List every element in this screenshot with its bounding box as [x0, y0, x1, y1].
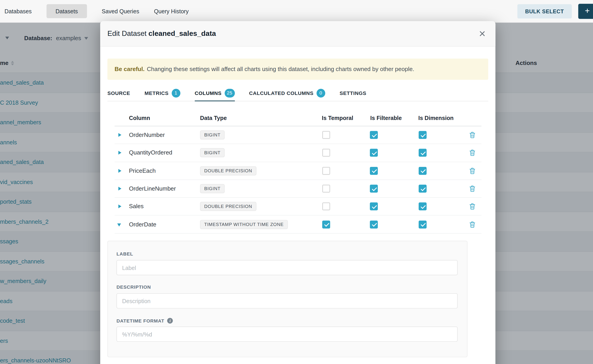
is-filterable-checkbox[interactable]: [370, 149, 378, 157]
label-field-label: LABEL: [116, 252, 133, 257]
description-input[interactable]: [116, 293, 458, 309]
trash-icon[interactable]: [469, 131, 475, 138]
column-row: OrderNumberBIGINT: [115, 126, 481, 144]
header-column: Column: [129, 115, 150, 121]
columns-table-header: Column Data Type Is Temporal Is Filterab…: [115, 110, 481, 126]
tab-label: COLUMNS: [195, 90, 222, 96]
is-dimension-checkbox[interactable]: [419, 131, 427, 139]
modal-title-prefix: Edit Dataset: [107, 30, 146, 38]
nav-menu: DatabasesDatasetsSaved QueriesQuery Hist…: [5, 4, 203, 18]
column-name: OrderLineNumber: [129, 185, 176, 192]
column-detail-panel: LABEL DESCRIPTION DATETIME FORMAT i: [107, 241, 468, 357]
bulk-select-button[interactable]: BULK SELECT: [517, 4, 572, 19]
tab-label: CALCULATED COLUMNS: [249, 90, 314, 96]
column-name: OrderDate: [129, 221, 156, 228]
is-filterable-checkbox[interactable]: [370, 167, 378, 175]
column-name: Sales: [129, 203, 144, 210]
tab-source[interactable]: SOURCE: [107, 85, 130, 101]
nav-item-databases[interactable]: Databases: [5, 8, 32, 14]
modal-tabs: SOURCEMETRICS1COLUMNS25CALCULATED COLUMN…: [107, 85, 488, 101]
datetime-format-input[interactable]: [116, 326, 458, 342]
data-type-badge: DOUBLE PRECISION: [200, 166, 256, 175]
column-name: QuantityOrdered: [129, 150, 172, 156]
columns-table-rows: OrderNumberBIGINTQuantityOrderedBIGINTPr…: [115, 126, 481, 234]
description-field-label: DESCRIPTION: [116, 285, 151, 290]
is-dimension-checkbox[interactable]: [419, 167, 427, 175]
trash-icon[interactable]: [469, 167, 475, 174]
is-dimension-checkbox[interactable]: [419, 202, 427, 210]
tab-label: METRICS: [145, 90, 169, 96]
info-icon[interactable]: i: [167, 318, 173, 324]
trash-icon[interactable]: [469, 150, 475, 156]
tab-label: SETTINGS: [340, 90, 366, 96]
tab-settings[interactable]: SETTINGS: [340, 85, 366, 101]
is-filterable-checkbox[interactable]: [370, 220, 378, 228]
tab-calculated-columns[interactable]: CALCULATED COLUMNS0: [249, 85, 325, 101]
screen: DatabasesDatasetsSaved QueriesQuery Hist…: [0, 0, 593, 364]
expand-caret-icon[interactable]: [119, 205, 121, 208]
is-dimension-checkbox[interactable]: [419, 185, 427, 193]
expand-caret-icon[interactable]: [119, 133, 121, 137]
collapse-caret-icon[interactable]: [117, 223, 121, 226]
data-type-badge: TIMESTAMP WITHOUT TIME ZONE: [200, 220, 288, 229]
data-type-badge: BIGINT: [200, 130, 225, 139]
tab-columns[interactable]: COLUMNS25: [195, 85, 235, 101]
column-row: QuantityOrderedBIGINT: [115, 144, 481, 162]
expand-caret-icon[interactable]: [119, 169, 121, 173]
add-dataset-button[interactable]: +: [578, 4, 593, 19]
column-row: OrderLineNumberBIGINT: [115, 180, 481, 198]
trash-icon[interactable]: [469, 203, 475, 210]
data-type-badge: BIGINT: [200, 148, 225, 157]
header-data-type: Data Type: [200, 115, 227, 121]
is-temporal-checkbox[interactable]: [322, 131, 330, 139]
warning-bold: Be careful.: [115, 66, 145, 73]
expand-caret-icon[interactable]: [119, 187, 121, 191]
is-filterable-checkbox[interactable]: [370, 131, 378, 139]
data-type-badge: BIGINT: [200, 184, 225, 193]
label-input[interactable]: [116, 260, 458, 275]
nav-item-saved-queries[interactable]: Saved Queries: [102, 8, 139, 14]
warning-banner: Be careful. Changing these settings will…: [107, 59, 488, 80]
is-temporal-checkbox[interactable]: [322, 202, 330, 210]
warning-text: Changing these settings will affect all …: [147, 66, 414, 73]
header-is-dimension: Is Dimension: [418, 115, 454, 121]
column-name: PriceEach: [129, 167, 156, 174]
close-icon[interactable]: ×: [479, 28, 486, 39]
columns-table: Column Data Type Is Temporal Is Filterab…: [115, 110, 481, 234]
column-row: SalesDOUBLE PRECISION: [115, 198, 481, 216]
description-field-label-text: DESCRIPTION: [116, 285, 151, 290]
tab-count-badge: 0: [316, 89, 325, 98]
is-temporal-checkbox[interactable]: [322, 185, 330, 193]
is-temporal-checkbox[interactable]: [322, 149, 330, 157]
modal-body: Be careful. Changing these settings will…: [100, 46, 495, 364]
data-type-badge: DOUBLE PRECISION: [200, 202, 256, 211]
tab-metrics[interactable]: METRICS1: [145, 85, 180, 101]
is-dimension-checkbox[interactable]: [419, 220, 427, 228]
tab-count-badge: 25: [224, 89, 235, 98]
modal-title: Edit Datasetcleaned_sales_data: [107, 30, 216, 38]
is-temporal-checkbox[interactable]: [322, 167, 330, 175]
column-row: OrderDateTIMESTAMP WITHOUT TIME ZONE: [115, 216, 481, 234]
is-filterable-checkbox[interactable]: [370, 185, 378, 193]
header-is-temporal: Is Temporal: [322, 115, 353, 121]
trash-icon[interactable]: [469, 185, 475, 192]
nav-item-datasets[interactable]: Datasets: [46, 4, 87, 18]
expand-caret-icon[interactable]: [119, 151, 121, 155]
datetime-format-label-text: DATETIME FORMAT: [116, 318, 164, 323]
column-name: OrderNumber: [129, 131, 165, 138]
trash-icon[interactable]: [469, 221, 475, 228]
tab-count-badge: 1: [171, 89, 180, 98]
is-filterable-checkbox[interactable]: [370, 202, 378, 210]
modal-title-dataset-name: cleaned_sales_data: [148, 30, 216, 38]
modal-header: Edit Datasetcleaned_sales_data ×: [100, 21, 495, 46]
top-navigation: DatabasesDatasetsSaved QueriesQuery Hist…: [0, 0, 593, 23]
edit-dataset-modal: Edit Datasetcleaned_sales_data × Be care…: [100, 21, 495, 364]
app-window: DatabasesDatasetsSaved QueriesQuery Hist…: [0, 0, 593, 364]
header-is-filterable: Is Filterable: [370, 115, 402, 121]
nav-item-query-history[interactable]: Query History: [154, 8, 189, 14]
column-row: PriceEachDOUBLE PRECISION: [115, 162, 481, 180]
is-temporal-checkbox[interactable]: [322, 220, 330, 228]
label-field-label-text: LABEL: [116, 252, 133, 257]
is-dimension-checkbox[interactable]: [419, 149, 427, 157]
nav-actions: BULK SELECT +: [517, 4, 593, 19]
